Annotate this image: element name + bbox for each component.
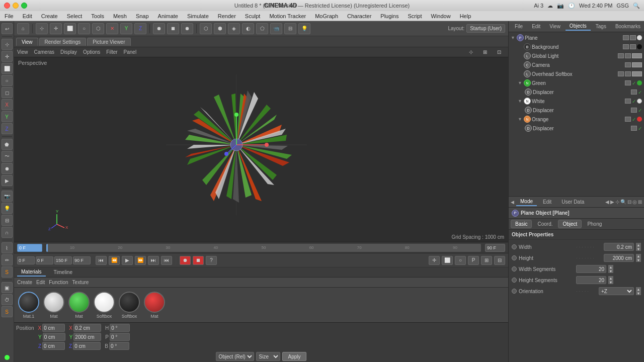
timeslider[interactable]: 10 20 30 40 50 60 70 80 90 (46, 244, 481, 252)
frame-input-4[interactable] (73, 256, 91, 264)
snap-btn[interactable]: ⊞ (481, 256, 492, 265)
wseg-prop-input[interactable] (576, 265, 606, 273)
bg-render[interactable] (630, 44, 636, 49)
rtab-edit[interactable]: Edit (528, 23, 544, 30)
ptab-basic[interactable]: Basic (511, 220, 532, 228)
next-frame-btn[interactable]: ⏩ (135, 256, 146, 265)
select-tool[interactable]: ⊹ (2, 39, 13, 50)
mat-function-btn[interactable]: Function (49, 280, 68, 285)
orient-prop-select[interactable]: +Z +X +Y (599, 287, 634, 295)
tab-picture-viewer[interactable]: Picture Viewer (87, 38, 130, 46)
cube-btn[interactable]: ⬜ (64, 23, 76, 34)
cylinder-btn[interactable]: ⬡ (92, 23, 104, 34)
rtab-mode[interactable]: Mode (516, 198, 537, 206)
orient-up[interactable]: ▲ (636, 287, 641, 291)
vp-options[interactable]: Options (83, 49, 100, 55)
pivot-btn[interactable]: P (468, 256, 479, 265)
tab-timeline[interactable]: Timeline (50, 268, 76, 276)
vp-icon2[interactable]: ⊞ (479, 47, 491, 58)
bend-tool[interactable]: ∩ (2, 227, 13, 238)
rtab-bookmarks[interactable]: Bookmarks (611, 23, 644, 30)
menu-mesh[interactable]: Mesh (112, 13, 128, 19)
width-stepper[interactable]: ▲ ▼ (636, 243, 641, 251)
height-up[interactable]: ▲ (636, 254, 641, 258)
poly-tool[interactable]: ⬟ (2, 139, 13, 150)
layer-btn[interactable]: ▣ (2, 282, 13, 293)
coord-system-select[interactable]: Object (Rel) World (216, 352, 254, 361)
frame-input-2[interactable] (36, 256, 53, 264)
ptab-coord[interactable]: Coord. (533, 220, 557, 228)
os-vis[interactable] (618, 71, 624, 76)
grid-btn[interactable]: ⊟ (494, 256, 505, 265)
menu-edit[interactable]: Edit (21, 13, 34, 19)
vp-icon3[interactable]: ⊡ (493, 47, 505, 58)
orient-stepper[interactable]: ▲ ▼ (636, 287, 641, 295)
viewport[interactable]: View Cameras Display Options Filter Pane… (14, 47, 508, 242)
menu-help[interactable]: Help (458, 13, 473, 19)
y-position-input[interactable] (43, 333, 65, 341)
vp-view[interactable]: View (17, 49, 28, 55)
gl-render[interactable] (625, 53, 631, 58)
obj-displacer-white[interactable]: D Displacer ✓ (509, 106, 644, 115)
plane-vis[interactable] (623, 35, 629, 40)
minimize-button[interactable] (13, 3, 19, 9)
b-rot-input[interactable] (109, 342, 129, 350)
dg-vis[interactable] (631, 89, 637, 95)
cam-vis[interactable] (625, 62, 631, 67)
anim-btn[interactable]: ⏱ (2, 294, 13, 305)
floor-btn2[interactable]: ⊟ (284, 23, 296, 34)
wseg-stepper[interactable]: ▲ ▼ (608, 265, 613, 273)
ptab-object[interactable]: Object (558, 220, 582, 228)
z-axis[interactable]: Z (2, 123, 13, 134)
move-tool[interactable]: ✛ (2, 51, 13, 62)
render-view[interactable]: ▶ (2, 175, 13, 186)
search-icon[interactable]: 🔍 (633, 3, 640, 9)
scale-trans-btn[interactable]: ⬜ (442, 256, 453, 265)
obj-global-light[interactable]: L Global Light (509, 51, 644, 60)
z-position-input[interactable] (42, 342, 65, 350)
hseg-up[interactable]: ▲ (608, 276, 613, 280)
menu-script[interactable]: Script (406, 13, 423, 19)
rtab-tags[interactable]: Tags (592, 23, 610, 30)
undo-button[interactable]: ↩ (2, 23, 13, 34)
x-position-input[interactable] (42, 324, 65, 332)
close-button[interactable] (4, 3, 10, 9)
obj-background[interactable]: B Background (509, 42, 644, 51)
os-render[interactable] (625, 71, 631, 76)
select-model-btn[interactable]: ⊹ (36, 23, 48, 34)
light-btn[interactable]: 💡 (2, 203, 13, 214)
p-rot-input[interactable] (110, 333, 130, 341)
obj-green[interactable]: ▼ N Green ✓ (509, 78, 644, 87)
move-trans-btn[interactable]: ✛ (429, 256, 440, 265)
magnet-tool[interactable]: ⌇ (2, 242, 13, 253)
rtab-objects[interactable]: Objects (566, 22, 591, 31)
record-btn[interactable]: ⏺ (2, 163, 13, 174)
render2-btn[interactable]: ⬠ (256, 23, 268, 34)
obj-displacer-green[interactable]: D Displacer ✓ (509, 87, 644, 97)
cam-btn[interactable]: 📹 (270, 23, 282, 34)
menu-render[interactable]: Render (216, 13, 237, 19)
stop-btn[interactable]: ⏹ (193, 256, 204, 265)
obj-white[interactable]: ▼ N White ✓ (509, 97, 644, 106)
height-down[interactable]: ▼ (636, 258, 641, 262)
layout-value[interactable]: Startup (User) (466, 24, 505, 33)
gl-vis[interactable] (618, 53, 624, 58)
sphere-btn[interactable]: ○ (78, 23, 90, 34)
obj-camera[interactable]: C Camera (509, 60, 644, 69)
width-down[interactable]: ▼ (636, 247, 641, 251)
vp-filter[interactable]: Filter (106, 49, 117, 55)
select-btn2[interactable]: ✛ (50, 23, 62, 34)
object-tool[interactable]: ◻ (2, 87, 13, 98)
material-mat4[interactable]: Mat (144, 292, 165, 319)
height-prop-input[interactable] (604, 254, 634, 262)
rtab-edit[interactable]: Edit (539, 198, 555, 206)
spline-tool[interactable]: 〜 (2, 151, 13, 162)
bg-vis[interactable] (623, 44, 629, 49)
hseg-stepper[interactable]: ▲ ▼ (608, 276, 613, 284)
camera-btn[interactable]: 📷 (2, 191, 13, 202)
frame-indicator[interactable]: 0 F (17, 244, 42, 252)
material-softbox1[interactable]: Softbox (94, 292, 115, 319)
vp-display[interactable]: Display (60, 49, 77, 55)
first-key-btn[interactable]: ⏮ (161, 256, 172, 265)
orient-down[interactable]: ▼ (636, 291, 641, 295)
